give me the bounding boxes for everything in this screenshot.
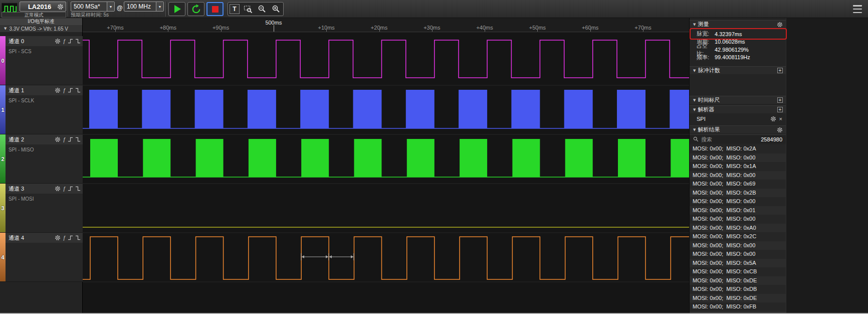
ruler-tick: [115, 29, 116, 32]
hamburger-menu-button[interactable]: [853, 5, 863, 14]
decoder-section-header[interactable]: ▼ 解析器 +: [690, 105, 786, 113]
channel-name[interactable]: 通道 2: [9, 136, 55, 143]
gear-icon[interactable]: [55, 38, 61, 44]
gear-icon[interactable]: [57, 4, 64, 10]
zoom-in-button[interactable]: [271, 4, 282, 15]
decode-result-row[interactable]: MOSI: 0x00; MISO: 0x1A: [690, 162, 786, 171]
device-selector-button[interactable]: LA2016: [20, 2, 66, 12]
falling-edge-trigger-icon[interactable]: [75, 235, 81, 240]
measure-f-icon[interactable]: ƒ: [63, 235, 66, 241]
measure-f-icon[interactable]: ƒ: [63, 186, 66, 192]
decode-result-row[interactable]: MOSI: 0x00; MISO: 0x5A: [690, 259, 786, 268]
zoom-out-button[interactable]: [257, 4, 268, 15]
channel-name[interactable]: 通道 3: [9, 185, 55, 193]
channel-block: 3 通道 3 ƒ: [0, 184, 83, 233]
channel-color-stripe[interactable]: 1: [0, 85, 6, 134]
sample-frequency-select[interactable]: 100 MHz ▼: [124, 2, 164, 12]
chevron-down-icon[interactable]: ▼: [156, 2, 163, 11]
decode-result-row[interactable]: MOSI: 0x00; MISO: 0x00: [690, 153, 786, 163]
gear-icon[interactable]: [55, 186, 61, 192]
add-button[interactable]: +: [777, 97, 783, 103]
measure-section-header[interactable]: ▼ 测量: [690, 20, 786, 28]
channel-block: 1 通道 1 ƒ: [0, 85, 83, 134]
sample-frequency-value: 100 MHz: [124, 2, 156, 11]
measure-f-icon[interactable]: ƒ: [63, 136, 66, 142]
decode-result-row[interactable]: MOSI: 0x00; MISO: 0x01: [690, 206, 786, 215]
channel-color-stripe[interactable]: 3: [0, 184, 6, 232]
decode-result-row[interactable]: MOSI: 0x00; MISO: 0x00: [690, 241, 786, 250]
stop-button[interactable]: [206, 2, 224, 16]
sidebar: I/O电平标准 ▼ 3.3V CMOS -> Vth: 1.65 V 0 通道 …: [0, 18, 83, 314]
gear-icon[interactable]: [770, 116, 776, 122]
decode-results-section-header[interactable]: ▼ 解析结果: [690, 125, 786, 133]
rising-edge-trigger-icon[interactable]: [68, 235, 73, 240]
decode-result-row[interactable]: MOSI: 0x00; MISO: 0xFB: [690, 302, 786, 311]
ruler-tick: [221, 29, 222, 32]
measure-f-icon[interactable]: ƒ: [63, 38, 66, 44]
empty-dock-region: [786, 18, 868, 314]
pulse-count-section-header[interactable]: ▼ 脉冲计数 +: [690, 66, 786, 74]
time-ruler-section-header[interactable]: ▼ 时间标尺 +: [690, 96, 786, 104]
falling-edge-trigger-icon[interactable]: [75, 39, 81, 44]
channel-color-stripe[interactable]: 0: [0, 36, 6, 85]
decoder-item-row[interactable]: SPI ×: [690, 114, 786, 123]
section-title: 时间标尺: [698, 96, 777, 104]
decode-result-row[interactable]: MOSI: 0x00; MISO: 0x69: [690, 180, 786, 189]
rising-edge-trigger-icon[interactable]: [68, 39, 73, 44]
decode-result-row[interactable]: MOSI: 0x00; MISO: 0x2C: [690, 232, 786, 241]
close-icon[interactable]: ×: [779, 116, 782, 122]
repeat-acquisition-button[interactable]: [187, 2, 204, 16]
channel-header: 通道 1 ƒ: [6, 85, 83, 95]
toolbar-separator: [165, 2, 166, 17]
gear-icon[interactable]: [55, 87, 61, 93]
falling-edge-trigger-icon[interactable]: [75, 88, 81, 93]
decode-result-row[interactable]: MOSI: 0x00; MISO: 0xA0: [690, 224, 786, 233]
gear-icon[interactable]: [777, 22, 783, 28]
trigger-position-button[interactable]: T: [230, 4, 240, 14]
channel-content: 通道 1 ƒ SPI: [6, 85, 83, 134]
gear-icon[interactable]: [55, 136, 61, 142]
add-button[interactable]: +: [777, 68, 783, 73]
sample-rate-select[interactable]: 500 MSa* ▼: [71, 2, 115, 12]
play-icon: [174, 5, 181, 13]
zoom-selection-button[interactable]: [243, 4, 254, 15]
decode-result-row[interactable]: MOSI: 0x00; MISO: 0x00: [690, 250, 786, 259]
gear-icon[interactable]: [55, 235, 61, 241]
rising-edge-trigger-icon[interactable]: [68, 186, 73, 191]
decode-result-row[interactable]: MOSI: 0x00; MISO: 0xCB: [690, 267, 786, 276]
gear-icon[interactable]: [777, 127, 783, 133]
channel-icons: ƒ: [55, 136, 81, 142]
channel-name[interactable]: 通道 0: [9, 38, 55, 45]
rising-edge-trigger-icon[interactable]: [68, 88, 73, 93]
chevron-down-icon[interactable]: ▼: [107, 2, 114, 11]
decode-result-row[interactable]: MOSI: 0x00; MISO: 0x2B: [690, 189, 786, 198]
decode-result-row[interactable]: MOSI: 0x00; MISO: 0xDE: [690, 294, 786, 303]
falling-edge-trigger-icon[interactable]: [75, 137, 81, 142]
add-button[interactable]: +: [777, 107, 783, 112]
decode-result-row[interactable]: MOSI: 0x00; MISO: 0xDE: [690, 276, 786, 285]
channel-color-stripe[interactable]: 2: [0, 134, 6, 183]
measure-f-icon[interactable]: ƒ: [63, 87, 66, 93]
decode-result-row[interactable]: MOSI: 0x00; MISO: 0x00: [690, 215, 786, 224]
search-input[interactable]: [701, 136, 744, 142]
channel-color-stripe[interactable]: 4: [0, 233, 6, 281]
channel-block: 2 通道 2 ƒ: [0, 134, 83, 184]
measure-value: 42.9806129%: [715, 47, 749, 53]
channel-block: 4 通道 4 ƒ: [0, 233, 83, 282]
measure-value: 99.4008119Hz: [715, 54, 750, 60]
falling-edge-trigger-icon[interactable]: [75, 186, 81, 191]
io-standard-selector[interactable]: ▼ 3.3V CMOS -> Vth: 1.65 V: [0, 25, 82, 32]
loop-icon: [191, 4, 201, 15]
measure-label: 脉宽:: [697, 30, 715, 38]
channel-name[interactable]: 通道 4: [9, 234, 55, 242]
time-ruler[interactable]: +70ms+80ms+90ms500ms+10ms+20ms+30ms+40ms…: [83, 18, 689, 32]
rising-edge-trigger-icon[interactable]: [68, 137, 73, 142]
decode-result-row[interactable]: MOSI: 0x00; MISO: 0x00: [690, 197, 786, 206]
decode-result-row[interactable]: MOSI: 0x00; MISO: 0xDB: [690, 285, 786, 294]
channel-name[interactable]: 通道 1: [9, 87, 55, 94]
decode-result-row[interactable]: MOSI: 0x00; MISO: 0x2A: [690, 144, 786, 153]
decode-result-row[interactable]: MOSI: 0x00; MISO: 0x00: [690, 171, 786, 180]
waveform-canvas[interactable]: [83, 18, 689, 314]
start-button[interactable]: [168, 2, 185, 16]
decode-results-list[interactable]: MOSI: 0x00; MISO: 0x2AMOSI: 0x00; MISO: …: [690, 144, 786, 314]
